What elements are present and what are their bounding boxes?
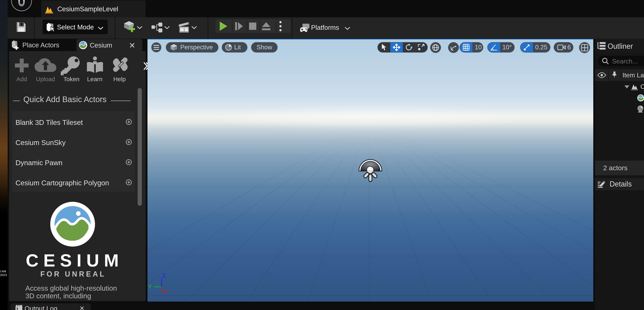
svg-text:Z: Z: [162, 272, 166, 279]
svg-text:Y: Y: [148, 283, 152, 290]
svg-text:X: X: [163, 289, 167, 295]
